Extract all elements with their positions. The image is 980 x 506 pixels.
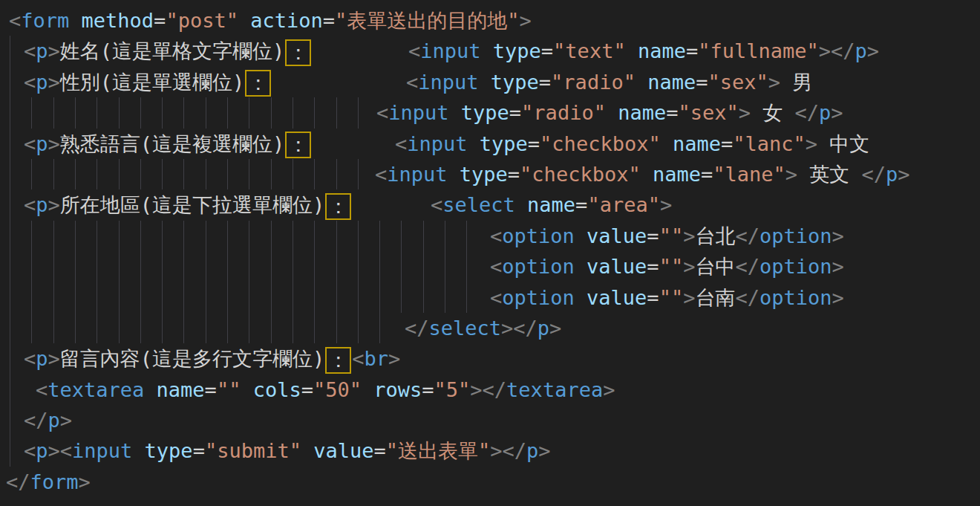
indent-guide [206, 251, 206, 282]
plain-text-token [575, 224, 587, 247]
indent-guide [53, 282, 54, 313]
punctuation-token: < [24, 347, 36, 370]
indent-guide [227, 251, 228, 282]
indent-guide [379, 221, 380, 251]
plain-text-token [575, 286, 587, 309]
indent-guide [314, 313, 315, 343]
plain-text-token [144, 378, 156, 401]
indent-guide [271, 251, 272, 282]
plain-text-token: = [647, 255, 659, 278]
attribute-value-token: "radio" [521, 101, 606, 124]
attribute-name-token: name [673, 132, 721, 155]
plain-text-token [448, 163, 460, 186]
plain-text-token [575, 255, 587, 278]
punctuation-token: > [683, 286, 695, 309]
punctuation-token: </ [735, 286, 760, 309]
indent-guide [97, 282, 97, 313]
punctuation-token: </ [405, 317, 429, 340]
punctuation-token: > [898, 163, 909, 186]
tag-name-token: input [72, 439, 132, 462]
punctuation-token: </ [735, 255, 760, 278]
indent-guide [10, 129, 10, 159]
code-editor-area[interactable]: <form method="post" action="表單送出的目的地"><p… [0, 0, 980, 497]
attribute-name-token: type [493, 39, 541, 62]
indent-guide [336, 313, 337, 343]
indent-guide [10, 435, 10, 466]
indent-guide [162, 313, 163, 343]
indent-guide [119, 221, 120, 251]
indent-guide [97, 221, 97, 251]
punctuation-token: < [431, 193, 442, 216]
code-segment: <input type="checkbox" name="lane"> 英文 <… [375, 159, 910, 189]
indent-guide [401, 221, 402, 251]
attribute-name-token: type [460, 163, 508, 186]
punctuation-token: > [79, 470, 91, 493]
plain-text-token: = [647, 224, 659, 247]
attribute-value-token: "fullname" [698, 39, 819, 62]
indent-guide [227, 97, 228, 128]
indent-guide [10, 159, 10, 189]
indent-guide [31, 251, 32, 282]
punctuation-token: > [48, 39, 60, 62]
code-segment: </p> [24, 405, 72, 435]
punctuation-token: < [490, 286, 502, 309]
indent-guide [10, 282, 10, 313]
attribute-name-token: name [618, 101, 666, 124]
indent-guide [162, 221, 163, 251]
code-segment: <p><input type="submit" value="送出表單"></p… [24, 435, 551, 466]
indent-guide [10, 405, 10, 435]
plain-text-token [301, 439, 313, 462]
tag-name-token: select [429, 317, 502, 340]
ambiguous-unicode-character-box: ： [285, 132, 311, 158]
indent-guide [53, 97, 54, 128]
plain-text-token: = [373, 439, 385, 462]
plain-text-token: = [528, 132, 540, 155]
indent-guide [183, 221, 184, 251]
punctuation-token: < [24, 193, 36, 216]
punctuation-token: < [395, 132, 407, 155]
code-line-8: <option value="">台北</option> [0, 221, 980, 251]
indent-guide [183, 313, 184, 343]
plain-text-token: 英文 [797, 163, 862, 186]
code-segment: <form method="post" action="表單送出的目的地"> [9, 5, 532, 36]
attribute-name-token: value [587, 286, 647, 309]
code-segment: <option value="">台北</option> [490, 221, 844, 251]
code-segment: <p>留言內容(這是多行文字欄位)：<br> [24, 343, 400, 374]
tag-name-token: p [36, 39, 48, 62]
attribute-name-token: type [480, 132, 528, 155]
indent-guide [336, 282, 337, 313]
code-line-14: </p> [0, 405, 980, 435]
indent-guide [227, 221, 228, 251]
tag-name-token: p [36, 193, 48, 216]
punctuation-token: < [352, 347, 364, 370]
indent-guide [119, 282, 120, 313]
plain-text-token: = [422, 378, 434, 401]
indent-guide [10, 36, 10, 66]
attribute-value-token: "lanc" [733, 132, 806, 155]
code-editor-window: <form method="post" action="表單送出的目的地"><p… [0, 0, 980, 506]
plain-text-token [468, 132, 480, 155]
code-line-1: <form method="post" action="表單送出的目的地"> [0, 5, 980, 36]
indent-guide [119, 97, 120, 128]
indent-guide [140, 221, 141, 251]
tag-name-token: form [21, 9, 69, 32]
indent-guide [140, 313, 141, 343]
indent-guide [249, 282, 249, 313]
indent-guide [466, 221, 467, 251]
attribute-name-token: action [250, 9, 323, 32]
indent-guide [183, 251, 184, 282]
indent-guide [249, 251, 249, 282]
plain-text-token: 所在地區(這是下拉選單欄位) [60, 193, 325, 216]
tag-name-token: option [502, 224, 575, 247]
indent-guide [53, 221, 54, 251]
indent-guide [466, 251, 467, 282]
indent-guide [10, 313, 10, 343]
indent-guide [206, 313, 206, 343]
plain-text-token: = [666, 101, 678, 124]
attribute-name-token: name [653, 163, 701, 186]
indent-guide [249, 97, 249, 128]
indent-guide [97, 97, 97, 128]
indent-guide [183, 282, 184, 313]
indent-guide [206, 282, 206, 313]
indent-guide [119, 159, 120, 189]
